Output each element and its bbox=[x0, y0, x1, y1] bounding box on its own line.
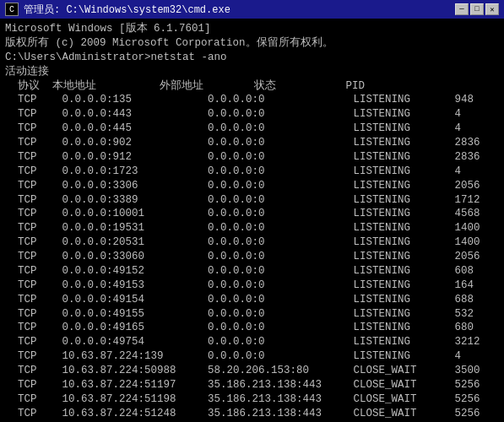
terminal-line: TCP 0.0.0.0:49155 0.0.0.0:0 LISTENING 53… bbox=[5, 307, 499, 322]
title-controls[interactable]: ─ □ ✕ bbox=[455, 3, 499, 15]
title-bar-left: C 管理员: C:\Windows\system32\cmd.exe bbox=[5, 3, 230, 17]
terminal-output: Microsoft Windows [版本 6.1.7601]版权所有 (c) … bbox=[0, 19, 504, 422]
terminal-line: TCP 0.0.0.0:49754 0.0.0.0:0 LISTENING 32… bbox=[5, 335, 499, 349]
cmd-icon: C bbox=[5, 3, 19, 16]
terminal-line: 版权所有 (c) 2009 Microsoft Corporation。保留所有… bbox=[5, 36, 499, 51]
terminal-line: 活动连接 bbox=[5, 65, 499, 79]
terminal-line: TCP 10.63.87.224:51248 35.186.213.138:44… bbox=[5, 407, 499, 421]
terminal-line: TCP 10.63.87.224:139 0.0.0.0:0 LISTENING… bbox=[5, 349, 499, 364]
terminal-line: TCP 0.0.0.0:49152 0.0.0.0:0 LISTENING 60… bbox=[5, 264, 499, 279]
terminal-line: TCP 0.0.0.0:49165 0.0.0.0:0 LISTENING 68… bbox=[5, 321, 499, 335]
terminal-line: Microsoft Windows [版本 6.1.7601] bbox=[5, 22, 499, 36]
terminal-line: TCP 0.0.0.0:445 0.0.0.0:0 LISTENING 4 bbox=[5, 122, 499, 136]
terminal-line: TCP 0.0.0.0:135 0.0.0.0:0 LISTENING 948 bbox=[5, 93, 499, 107]
terminal-line: TCP 0.0.0.0:33060 0.0.0.0:0 LISTENING 20… bbox=[5, 250, 499, 264]
terminal-line: TCP 0.0.0.0:49153 0.0.0.0:0 LISTENING 16… bbox=[5, 279, 499, 293]
terminal-line: TCP 10.63.87.224:51197 35.186.213.138:44… bbox=[5, 378, 499, 392]
terminal-line: TCP 0.0.0.0:3389 0.0.0.0:0 LISTENING 171… bbox=[5, 193, 499, 208]
terminal-line: TCP 0.0.0.0:20531 0.0.0.0:0 LISTENING 14… bbox=[5, 235, 499, 250]
terminal-line: TCP 10.63.87.224:51198 35.186.213.138:44… bbox=[5, 392, 499, 407]
title-bar: C 管理员: C:\Windows\system32\cmd.exe ─ □ ✕ bbox=[0, 0, 504, 19]
terminal-line: TCP 0.0.0.0:19531 0.0.0.0:0 LISTENING 14… bbox=[5, 221, 499, 235]
minimize-button[interactable]: ─ bbox=[455, 3, 469, 15]
terminal-line: C:\Users\Administrator>netstat -ano bbox=[5, 51, 499, 65]
terminal-line: TCP 0.0.0.0:912 0.0.0.0:0 LISTENING 2836 bbox=[5, 150, 499, 165]
close-button[interactable]: ✕ bbox=[485, 3, 499, 15]
maximize-button[interactable]: □ bbox=[470, 3, 484, 15]
terminal-line: TCP 0.0.0.0:49154 0.0.0.0:0 LISTENING 68… bbox=[5, 293, 499, 307]
window-title: 管理员: C:\Windows\system32\cmd.exe bbox=[24, 3, 230, 17]
terminal-line: TCP 0.0.0.0:3306 0.0.0.0:0 LISTENING 205… bbox=[5, 179, 499, 193]
terminal-line: TCP 0.0.0.0:10001 0.0.0.0:0 LISTENING 45… bbox=[5, 207, 499, 221]
terminal-line: TCP 0.0.0.0:443 0.0.0.0:0 LISTENING 4 bbox=[5, 107, 499, 122]
terminal-line: 协议 本地地址 外部地址 状态 PID bbox=[5, 79, 499, 94]
terminal-line: TCP 0.0.0.0:902 0.0.0.0:0 LISTENING 2836 bbox=[5, 136, 499, 150]
terminal-line: TCP 0.0.0.0:1723 0.0.0.0:0 LISTENING 4 bbox=[5, 165, 499, 179]
terminal-line: TCP 10.63.87.224:50988 58.20.206.153:80 … bbox=[5, 364, 499, 378]
